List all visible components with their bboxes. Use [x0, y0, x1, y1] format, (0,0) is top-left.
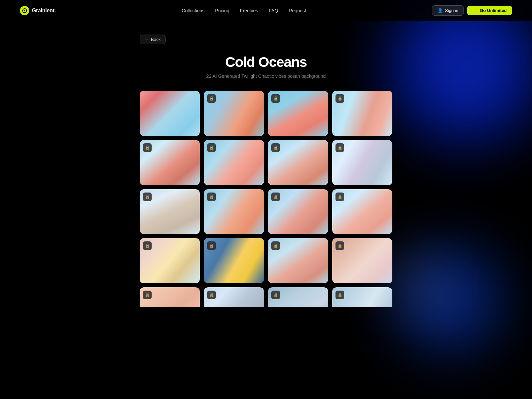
image-card[interactable]: 🔒 [268, 189, 328, 234]
ocean-image-1 [140, 91, 200, 136]
back-button[interactable]: ← Back [140, 35, 166, 44]
image-card-partial[interactable]: 🔒 [268, 287, 328, 307]
image-thumbnail: 🔒 [268, 91, 328, 136]
image-card-partial[interactable]: 🔒 [140, 287, 200, 307]
lock-badge: 🔒 [335, 143, 344, 152]
lightning-icon: ⚡ [472, 8, 478, 13]
lock-badge: 🔒 [207, 143, 216, 152]
image-card-partial[interactable]: 🔒 [332, 287, 392, 307]
bg-gradient-blue2 [382, 233, 515, 366]
image-thumbnail: 🔒 [204, 189, 264, 234]
image-card[interactable]: 🔒 [140, 238, 200, 283]
image-card[interactable]: 🔒 [332, 189, 392, 234]
image-thumbnail [140, 91, 200, 136]
image-thumbnail: 🔒 [204, 238, 264, 283]
image-thumbnail: 🔒 [332, 238, 392, 283]
image-thumbnail: 🔒 [332, 140, 392, 185]
image-card[interactable]: 🔒 [332, 91, 392, 136]
image-thumbnail: 🔒 [268, 287, 328, 307]
image-card-partial[interactable]: 🔒 [204, 287, 264, 307]
lock-badge: 🔒 [207, 193, 216, 201]
image-thumbnail: 🔒 [332, 287, 392, 307]
image-card[interactable]: 🔒 [268, 91, 328, 136]
user-icon: 👤 [438, 8, 443, 13]
image-grid: 🔒🔒🔒🔒🔒🔒🔒🔒🔒🔒🔒🔒🔒🔒🔒 [140, 91, 392, 283]
image-thumbnail: 🔒 [332, 189, 392, 234]
lock-badge: 🔒 [143, 143, 152, 152]
nav-pricing[interactable]: Pricing [215, 8, 229, 13]
image-thumbnail: 🔒 [140, 238, 200, 283]
lock-badge: 🔒 [271, 193, 280, 201]
image-thumbnail: 🔒 [140, 140, 200, 185]
nav-collections[interactable]: Collections [182, 8, 204, 13]
logo-link[interactable]: Grainient. [20, 6, 56, 15]
nav-faq[interactable]: FAQ [269, 8, 278, 13]
lock-badge: 🔒 [335, 241, 344, 250]
image-card[interactable]: 🔒 [268, 238, 328, 283]
image-card[interactable]: 🔒 [268, 140, 328, 185]
lock-badge: 🔒 [335, 291, 344, 299]
lock-badge: 🔒 [143, 193, 152, 201]
lock-badge: 🔒 [143, 241, 152, 250]
back-icon: ← [145, 37, 149, 42]
image-thumbnail: 🔒 [268, 140, 328, 185]
image-thumbnail: 🔒 [140, 287, 200, 307]
lock-badge: 🔒 [271, 94, 280, 103]
navbar: Grainient. Collections Pricing Freebies … [0, 0, 532, 21]
signin-label: Sign in [445, 8, 458, 13]
image-card[interactable] [140, 91, 200, 136]
image-card[interactable]: 🔒 [140, 189, 200, 234]
page-subtitle: 22 AI Generated Twilight Chaotic vibes o… [140, 73, 392, 79]
main-content: ← Back Cold Oceans 22 AI Generated Twili… [133, 21, 399, 327]
lock-badge: 🔒 [335, 94, 344, 103]
image-thumbnail: 🔒 [140, 189, 200, 234]
image-card[interactable]: 🔒 [204, 238, 264, 283]
unlimited-label: Go Unlimited [480, 8, 507, 13]
image-card[interactable]: 🔒 [332, 140, 392, 185]
image-thumbnail: 🔒 [204, 91, 264, 136]
image-card[interactable]: 🔒 [140, 140, 200, 185]
nav-links: Collections Pricing Freebies FAQ Request [182, 8, 306, 13]
nav-freebies[interactable]: Freebies [240, 8, 258, 13]
image-card[interactable]: 🔒 [332, 238, 392, 283]
logo-icon [20, 6, 29, 15]
lock-badge: 🔒 [271, 143, 280, 152]
unlimited-button[interactable]: ⚡ Go Unlimited [467, 6, 512, 15]
lock-badge: 🔒 [207, 241, 216, 250]
nav-actions: 👤 Sign in ⚡ Go Unlimited [432, 5, 512, 16]
image-thumbnail: 🔒 [204, 140, 264, 185]
page-title: Cold Oceans [140, 54, 392, 70]
lock-badge: 🔒 [271, 241, 280, 250]
logo-text: Grainient. [32, 8, 56, 14]
lock-badge: 🔒 [335, 193, 344, 201]
page-header: Cold Oceans 22 AI Generated Twilight Cha… [140, 54, 392, 79]
image-thumbnail: 🔒 [268, 189, 328, 234]
nav-request[interactable]: Request [289, 8, 306, 13]
image-card[interactable]: 🔒 [204, 91, 264, 136]
signin-button[interactable]: 👤 Sign in [432, 5, 464, 16]
image-card[interactable]: 🔒 [204, 140, 264, 185]
image-card[interactable]: 🔒 [204, 189, 264, 234]
lock-badge: 🔒 [207, 94, 216, 103]
image-thumbnail: 🔒 [268, 238, 328, 283]
image-thumbnail: 🔒 [332, 91, 392, 136]
lock-badge: 🔒 [143, 291, 152, 299]
partial-image-row: 🔒🔒🔒🔒 [140, 287, 392, 307]
lock-badge: 🔒 [207, 291, 216, 299]
back-label: Back [151, 37, 161, 42]
image-thumbnail: 🔒 [204, 287, 264, 307]
svg-point-1 [24, 10, 25, 11]
lock-badge: 🔒 [271, 291, 280, 299]
